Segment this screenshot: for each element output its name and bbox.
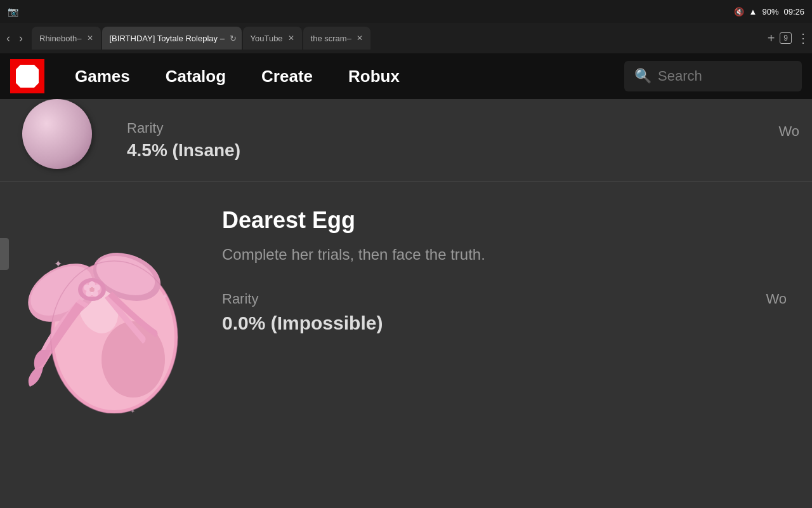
nav-arrows: ‹ › — [3, 29, 27, 48]
item2-description: Complete her trials, then face the truth… — [222, 244, 799, 265]
tab-rhineboth-close[interactable]: ✕ — [87, 34, 93, 43]
item2-rarity-label: Rarity — [222, 291, 504, 307]
nav-catalog[interactable]: Catalog — [148, 67, 244, 86]
camera-icon: 📷 — [8, 6, 18, 17]
tab-youtube[interactable]: YouTube ✕ — [243, 27, 302, 50]
item2-rarity-value: 0.0% (Impossible) — [222, 312, 504, 334]
nav-games[interactable]: Games — [57, 67, 148, 86]
content-area: Rarity 4.5% (Insane) Wo — [0, 99, 812, 508]
tab-bar: ‹ › Rhineboth– ✕ [BIRTHDAY] Toytale Role… — [0, 23, 812, 53]
item1-worth-label: Wo — [778, 123, 799, 140]
mute-icon: 🔇 — [734, 7, 744, 17]
svg-text:✦: ✦ — [162, 292, 168, 301]
back-button[interactable]: ‹ — [3, 29, 14, 48]
item-section-1: Rarity 4.5% (Insane) Wo — [0, 99, 812, 182]
wifi-icon: ▲ — [749, 7, 757, 17]
rarity-col: Rarity 0.0% (Impossible) — [222, 291, 504, 334]
nav-robux[interactable]: Robux — [331, 67, 417, 86]
nav-create[interactable]: Create — [244, 67, 331, 86]
item-info-1: Rarity 4.5% (Insane) Wo — [114, 101, 812, 167]
add-tab-button[interactable]: + — [768, 31, 775, 46]
stats-row: Rarity 0.0% (Impossible) Wo — [222, 291, 799, 334]
svg-point-16 — [89, 287, 95, 292]
more-options-button[interactable]: ⋮ — [797, 30, 809, 46]
tab-count[interactable]: 9 — [780, 32, 792, 44]
tab-rhineboth-label: Rhineboth– — [39, 34, 82, 43]
tab-scram-close[interactable]: ✕ — [357, 34, 363, 43]
item-image-2: ✦ ✦ ✦ — [0, 201, 216, 423]
item1-rarity-label: Rarity — [127, 120, 240, 137]
item2-worth-label: Wo — [504, 291, 787, 307]
tab-toytale-label: [BIRTHDAY] Toytale Roleplay – — [110, 34, 225, 43]
time-display: 09:26 — [783, 7, 804, 17]
status-bar: 📷 🔇 ▲ 90% 09:26 — [0, 0, 812, 23]
battery-text: 90% — [762, 7, 778, 17]
tab-rhineboth[interactable]: Rhineboth– ✕ — [32, 27, 101, 50]
dearest-egg-svg: ✦ ✦ ✦ — [16, 210, 200, 413]
forward-button[interactable]: › — [15, 29, 27, 48]
tab-toytale[interactable]: [BIRTHDAY] Toytale Roleplay – ↻ ✕ — [102, 27, 242, 50]
search-icon: 🔍 — [634, 68, 652, 84]
tab-youtube-label: YouTube — [251, 34, 283, 43]
tab-scram-label: the scram– — [311, 34, 351, 43]
search-box[interactable]: 🔍 Search — [624, 61, 802, 91]
tab-youtube-close[interactable]: ✕ — [288, 34, 294, 43]
svg-text:✦: ✦ — [54, 258, 62, 269]
status-right: 🔇 ▲ 90% 09:26 — [734, 7, 804, 17]
roblox-logo-icon — [16, 65, 39, 88]
reload-icon[interactable]: ↻ — [230, 34, 237, 43]
tab-scram[interactable]: the scram– ✕ — [303, 27, 370, 50]
item-section-2: ✦ ✦ ✦ Dearest Egg Complete her trials, t… — [0, 182, 812, 436]
tab-actions: + 9 ⋮ — [768, 30, 809, 46]
search-placeholder: Search — [658, 68, 702, 84]
item-details: Dearest Egg Complete her trials, then fa… — [216, 201, 812, 334]
nav-links: Games Catalog Create Robux — [57, 67, 624, 86]
item1-rarity-value: 4.5% (Insane) — [127, 140, 240, 161]
item2-name: Dearest Egg — [222, 207, 799, 234]
svg-point-15 — [84, 284, 90, 291]
item-image-1 — [0, 99, 114, 175]
svg-point-12 — [94, 284, 100, 291]
navbar: Games Catalog Create Robux 🔍 Search — [0, 53, 812, 99]
roblox-logo[interactable] — [10, 59, 44, 93]
worth-col-2: Wo — [504, 291, 799, 312]
side-handle[interactable] — [0, 238, 9, 270]
status-left: 📷 — [8, 6, 18, 17]
item-sphere-image — [22, 99, 92, 169]
